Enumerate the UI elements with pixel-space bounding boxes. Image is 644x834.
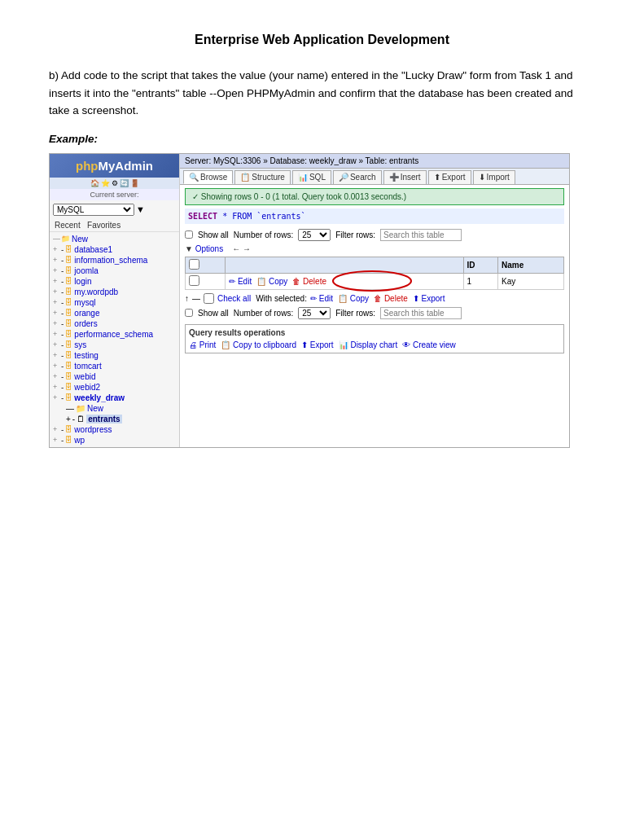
delete-row-link[interactable]: 🗑 Delete	[292, 277, 326, 286]
logo-php: php	[76, 159, 99, 173]
logo-myadmin: MyAdmin	[99, 159, 154, 173]
tab-structure[interactable]: 📋 Structure	[234, 170, 291, 184]
db-item-webid[interactable]: + - 🗄 webid	[53, 371, 176, 382]
display-chart-link[interactable]: 📊 Display chart	[339, 340, 398, 349]
body-text: b) Add code to the script that takes the…	[49, 67, 595, 120]
current-server-label: Current server:	[50, 189, 179, 200]
edit-row-link[interactable]: ✏ Edit	[229, 277, 252, 286]
db-item-webid2[interactable]: + - 🗄 webid2	[53, 382, 176, 393]
success-bar: ✓ Showing rows 0 - 0 (1 total. Query too…	[185, 188, 564, 205]
print-link[interactable]: 🖨 Print	[189, 340, 216, 349]
row-actions: ✏ Edit 📋 Copy 🗑 Delete	[229, 277, 459, 286]
tab-import-label: Import	[487, 173, 510, 182]
filter-label: Filter rows:	[335, 230, 375, 239]
options-row: ▼ Options ← →	[185, 244, 564, 253]
db-item-joomla[interactable]: + - 🗄 joomla	[53, 266, 176, 276]
db-name[interactable]: New	[72, 235, 88, 244]
db-item-orange[interactable]: + - 🗄 orange	[53, 308, 176, 318]
db-item-new[interactable]: — 📁 New	[53, 234, 176, 244]
num-rows-label: Number of rows:	[234, 230, 293, 239]
expand-dash: -	[61, 245, 64, 254]
export-icon: ⬆	[434, 173, 440, 182]
check-all-checkbox[interactable]	[204, 293, 214, 304]
show-all-label: Show all	[198, 230, 229, 239]
row-checkbox-cell	[186, 273, 226, 289]
import-icon: ⬇	[479, 173, 485, 182]
db-list: — 📁 New + - 🗄 database1 + - 🗄 informatio…	[50, 232, 179, 447]
breadcrumb: Server: MySQL:3306 » Database: weekly_dr…	[180, 154, 569, 169]
tab-sql[interactable]: 📊 SQL	[292, 170, 331, 184]
bottom-table-controls: Show all Number of rows: 25 Filter rows:	[185, 307, 564, 319]
db-item-weekly-draw[interactable]: + - 🗄 weekly_draw	[53, 393, 176, 403]
db-item-sys[interactable]: + - 🗄 sys	[53, 340, 176, 350]
nav-up-icon: ↑	[185, 294, 189, 303]
options-link[interactable]: Options	[195, 244, 223, 253]
db-item-mysql[interactable]: + - 🗄 mysql	[53, 297, 176, 308]
tab-export[interactable]: ⬆ Export	[428, 170, 471, 184]
page-title: Enterprise Web Application Development	[49, 33, 595, 47]
copy-row-link[interactable]: 📋 Copy	[256, 277, 287, 286]
recent-fav-bar: Recent Favorites	[50, 219, 179, 232]
nav-arrows: ← →	[232, 244, 251, 253]
folder-icon: 📁	[61, 235, 70, 243]
bottom-rows-select[interactable]: 25	[298, 307, 331, 319]
server-dropdown[interactable]: MySQL	[53, 204, 134, 216]
header-checkbox[interactable]	[189, 259, 199, 270]
col-checkbox	[186, 257, 226, 273]
row-checkbox[interactable]	[189, 275, 199, 286]
rows-count-select[interactable]: 25	[298, 229, 331, 241]
copy-clipboard-link[interactable]: 📋 Copy to clipboard	[221, 340, 296, 349]
tab-search-label: Search	[350, 173, 376, 182]
db-item-wordpress[interactable]: + - 🗄 wordpress	[53, 424, 176, 435]
tab-browse[interactable]: 🔍 Browse	[183, 170, 233, 184]
bottom-show-all-label: Show all	[198, 309, 229, 318]
show-all-checkbox[interactable]	[185, 230, 193, 239]
db-item-info-schema[interactable]: + - 🗄 information_schema	[53, 255, 176, 266]
pma-icon-row: 🏠 ⭐ ⚙ 🔄 🚪	[50, 178, 179, 189]
db-item-login[interactable]: + - 🗄 login	[53, 276, 176, 287]
favorites-link[interactable]: Favorites	[87, 221, 120, 230]
insert-icon: ➕	[389, 173, 399, 182]
db-item-tomcart[interactable]: + - 🗄 tomcart	[53, 361, 176, 371]
db-item-perf-schema[interactable]: + - 🗄 performance_schema	[53, 329, 176, 340]
pma-logo: phpMyAdmin	[56, 159, 173, 173]
db-item-wp[interactable]: + - 🗄 wp	[53, 435, 176, 446]
sub-item-entrants[interactable]: + - 🗒 entrants	[53, 414, 176, 424]
tab-export-label: Export	[442, 173, 466, 182]
structure-icon: 📋	[240, 173, 250, 182]
sub-item-new[interactable]: — 📁 New	[53, 403, 176, 414]
server-dropdown-icon: ▼	[136, 204, 145, 214]
star-icon: ⭐	[101, 179, 110, 187]
home-icon: 🏠	[90, 179, 99, 187]
tab-import[interactable]: ⬇ Import	[473, 170, 515, 184]
db-icon: 🗄	[65, 245, 72, 253]
expander: +	[53, 245, 59, 253]
tab-insert-label: Insert	[401, 173, 421, 182]
table-wrapper: ID Name ✏ Edit	[185, 257, 564, 290]
bottom-copy-link[interactable]: 📋 Copy	[338, 294, 369, 303]
data-table: ID Name ✏ Edit	[185, 257, 564, 290]
create-view-link[interactable]: 👁 Create view	[402, 340, 456, 349]
db-name[interactable]: database1	[74, 245, 112, 254]
db-item-orders[interactable]: + - 🗄 orders	[53, 318, 176, 329]
db-item-mywordpdb[interactable]: + - 🗄 my.wordpdb	[53, 287, 176, 297]
sql-rest: * FROM `entrants`	[222, 212, 305, 221]
db-item-database1[interactable]: + - 🗄 database1	[53, 244, 176, 255]
row-name-cell: Kay	[497, 273, 563, 289]
bottom-delete-link[interactable]: 🗑 Delete	[374, 294, 408, 303]
tab-search[interactable]: 🔎 Search	[333, 170, 382, 184]
bottom-export-link[interactable]: ⬆ Export	[413, 294, 445, 303]
tab-insert[interactable]: ➕ Insert	[383, 170, 427, 184]
db-item-testing[interactable]: + - 🗄 testing	[53, 350, 176, 361]
bottom-show-all-checkbox[interactable]	[185, 309, 193, 317]
search-table-input[interactable]	[380, 229, 462, 241]
bottom-edit-link[interactable]: ✏ Edit	[310, 294, 333, 303]
bottom-search-input[interactable]	[380, 307, 462, 319]
check-all-link[interactable]: Check all	[217, 294, 251, 303]
recent-link[interactable]: Recent	[55, 221, 81, 230]
query-results-title: Query results operations	[189, 328, 560, 337]
tab-sql-label: SQL	[309, 173, 326, 182]
export-link[interactable]: ⬆ Export	[301, 340, 334, 349]
exit-icon: 🚪	[130, 179, 139, 187]
table-row: ✏ Edit 📋 Copy 🗑 Delete 1 Kay	[186, 273, 564, 289]
